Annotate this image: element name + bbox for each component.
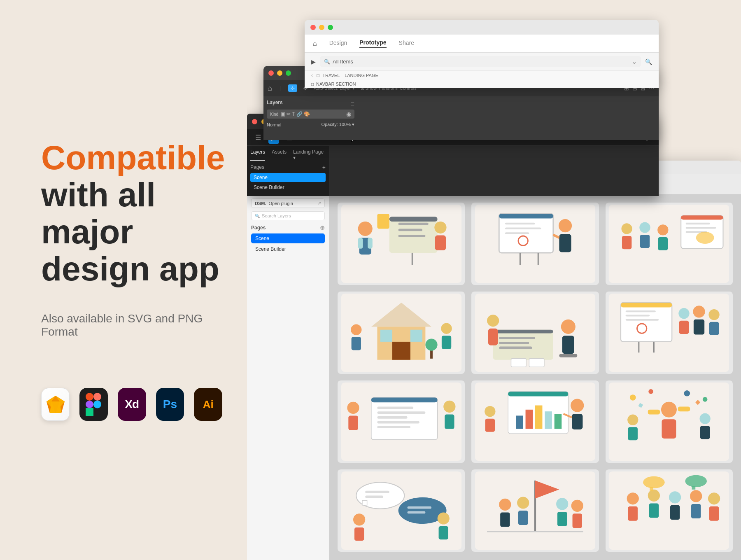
xd-tab-share[interactable]: Share — [399, 40, 414, 48]
xd-breadcrumb: ‹ □ TRAVEL – LANDING PAGE — [305, 70, 659, 80]
ps-layers-header: Layers ☰ — [267, 100, 354, 108]
ps-app-icon[interactable]: Ps — [156, 388, 184, 421]
svg-rect-47 — [686, 223, 710, 224]
svg-point-39 — [622, 223, 632, 234]
sketch-page-scene[interactable]: Scene — [251, 233, 325, 243]
sketch-dsm-bar: DSM. Open plugin ↗ — [251, 198, 325, 208]
ps-layers-content — [358, 96, 659, 140]
xd-app-icon[interactable]: Xd — [118, 388, 146, 421]
svg-rect-82 — [679, 321, 689, 334]
svg-rect-94 — [377, 406, 413, 409]
ps-select-tool[interactable]: ⊹ — [288, 84, 297, 92]
xd-page-icon: □ — [317, 73, 319, 78]
svg-rect-148 — [500, 512, 510, 527]
svg-point-147 — [499, 499, 511, 511]
ps-layers-options[interactable]: ☰ — [351, 102, 354, 106]
svg-rect-66 — [499, 337, 535, 339]
svg-point-99 — [347, 402, 359, 414]
svg-rect-110 — [555, 414, 562, 429]
svg-rect-21 — [398, 229, 422, 231]
illus-2-svg — [475, 205, 596, 283]
figma-pages-header: Pages + — [250, 164, 326, 170]
sketch-search-input[interactable]: 🔍 Search Layers — [251, 211, 325, 220]
svg-rect-64 — [493, 330, 553, 360]
sketch-logo-svg — [45, 395, 66, 414]
figma-page-dropdown[interactable]: Landing Page ▾ — [293, 149, 326, 161]
xd-home-icon[interactable]: ⌂ — [313, 40, 317, 47]
xd-search-row: ▶ 🔍 All Items ⌄ 🔍 — [305, 53, 659, 70]
illus-4-svg — [341, 294, 462, 372]
svg-point-151 — [556, 498, 568, 510]
svg-point-124 — [703, 397, 708, 402]
svg-point-140 — [353, 513, 365, 525]
svg-rect-60 — [442, 336, 451, 349]
xd-maximize-btn[interactable] — [328, 25, 333, 30]
sketch-window: Brida-SAAS-Illustration.sketch ⊞ Canvas … — [247, 161, 741, 560]
figma-tab-assets[interactable]: Assets — [272, 149, 287, 161]
ai-app-icon[interactable]: Ai — [194, 388, 222, 421]
ps-normal-label[interactable]: Normal — [267, 122, 281, 127]
sketch-content: DSM. Open plugin ↗ 🔍 Search Layers Pages… — [247, 194, 741, 560]
svg-rect-20 — [398, 223, 428, 225]
ps-close-btn[interactable] — [268, 70, 274, 76]
figma-layers-panel: Layers Assets Landing Page ▾ Pages + Sce… — [247, 146, 329, 196]
ai-label: Ai — [203, 398, 214, 411]
svg-rect-42 — [640, 235, 650, 248]
svg-rect-40 — [622, 236, 631, 249]
xd-minimize-btn[interactable] — [319, 25, 324, 30]
svg-rect-93 — [371, 398, 438, 403]
svg-rect-15 — [358, 238, 363, 248]
svg-rect-152 — [557, 512, 567, 526]
svg-point-50 — [696, 232, 714, 244]
ps-maximize-btn[interactable] — [286, 70, 291, 76]
figma-app-icon[interactable] — [79, 388, 108, 421]
svg-point-81 — [679, 308, 690, 319]
svg-point-161 — [669, 491, 681, 503]
svg-point-13 — [358, 222, 372, 236]
illustration-8 — [471, 380, 599, 463]
figma-menu-icon[interactable]: ☰ — [253, 132, 263, 143]
svg-rect-58 — [351, 337, 361, 350]
svg-rect-71 — [559, 354, 577, 357]
svg-rect-130 — [700, 426, 710, 439]
sketch-page-scene-builder[interactable]: Scene Builder — [251, 244, 325, 254]
app-icons-row: Xd Ps Ai — [41, 388, 222, 421]
svg-point-23 — [434, 222, 446, 233]
sketch-add-page-btn[interactable]: ⊕ — [320, 224, 325, 231]
svg-rect-22 — [398, 235, 425, 237]
svg-rect-112 — [572, 414, 583, 429]
svg-point-163 — [690, 490, 702, 502]
ps-filter-toggle[interactable]: ◉ — [346, 111, 351, 117]
figma-tab-layers[interactable]: Layers — [250, 149, 265, 161]
xd-pointer-icon: ▶ — [311, 58, 316, 65]
figma-close-btn[interactable] — [252, 119, 257, 124]
figma-layers-tabs: Layers Assets Landing Page ▾ — [250, 149, 326, 161]
svg-rect-24 — [435, 236, 446, 251]
svg-rect-55 — [380, 330, 392, 342]
svg-point-165 — [708, 492, 720, 504]
illus-3-svg — [608, 205, 729, 283]
xd-tab-prototype[interactable]: Prototype — [359, 39, 386, 48]
sketch-search-icon: 🔍 — [255, 214, 260, 218]
svg-rect-75 — [529, 359, 544, 367]
figma-page-scene-builder[interactable]: Scene Builder — [250, 183, 326, 192]
svg-point-142 — [437, 512, 449, 524]
ps-layers-panel: Layers ☰ Kind ▣ ✏ T 🔗 🎨 ◉ Normal Opacity… — [263, 96, 659, 140]
figma-add-page-btn[interactable]: + — [322, 164, 326, 170]
ps-minimize-btn[interactable] — [277, 70, 282, 76]
illustration-2 — [471, 203, 599, 285]
figma-page-scene[interactable]: Scene — [250, 173, 326, 182]
svg-rect-92 — [371, 398, 438, 440]
right-panel: ⌂ Design Prototype Share ▶ 🔍 All Items ⌄… — [247, 0, 741, 560]
svg-point-123 — [684, 390, 690, 397]
sketch-plugin-link[interactable]: Open plugin — [269, 201, 293, 206]
svg-rect-107 — [526, 410, 533, 429]
xd-tab-design[interactable]: Design — [329, 40, 347, 48]
sketch-pages-controls: ⊕ — [320, 224, 325, 231]
xd-search-text: All Items — [333, 58, 353, 65]
ps-layers-filter: Kind ▣ ✏ T 🔗 🎨 ◉ — [267, 110, 354, 119]
xd-search-box[interactable]: 🔍 All Items ⌄ — [320, 56, 641, 67]
xd-close-btn[interactable] — [310, 25, 316, 30]
figma-logo-svg — [86, 393, 101, 416]
sketch-app-icon[interactable] — [41, 388, 70, 421]
